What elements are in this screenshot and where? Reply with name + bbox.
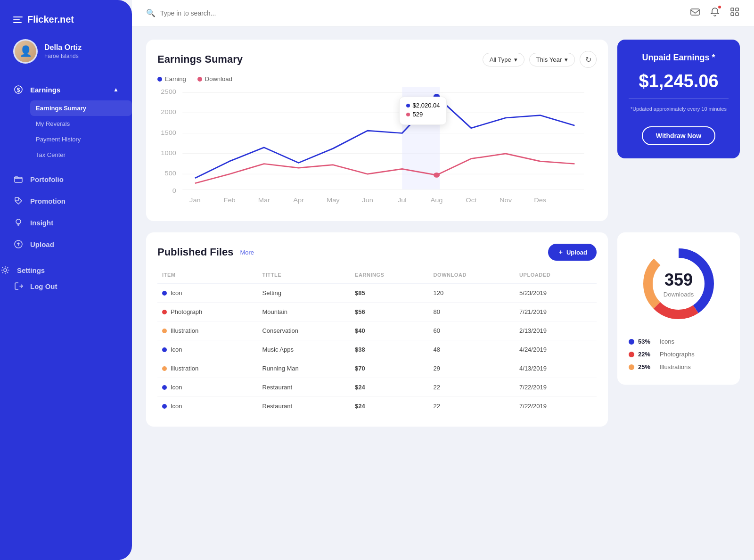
td-download: 60 [429, 321, 515, 340]
filter-year-button[interactable]: This Year ▾ [529, 53, 575, 66]
td-uploaded: 7/22/2019 [515, 378, 597, 397]
item-type-label: Photograph [171, 308, 202, 315]
td-uploaded: 2/13/2019 [515, 321, 597, 340]
table-row: Illustration Running Man $70 29 4/13/201… [157, 359, 597, 378]
sidebar-item-promotion-label: Promotion [30, 197, 66, 205]
sidebar-subitem-earnings-summary[interactable]: Earnings Sumary [30, 100, 132, 116]
td-item: Icon [157, 284, 257, 303]
sidebar-subitem-payment-history[interactable]: Payment History [30, 132, 132, 147]
tag-icon [13, 196, 24, 206]
download-label: Download [205, 75, 232, 82]
bell-icon[interactable] [710, 7, 720, 19]
td-earnings: $40 [350, 321, 429, 340]
upload-circle-icon [13, 239, 24, 249]
sidebar-item-earnings[interactable]: $ Earnings ▲ [0, 79, 132, 100]
sidebar-subitem-tax-center[interactable]: Tax Center [30, 147, 132, 163]
sidebar-submenu-earnings: Earnings Sumary My Reverals Payment Hist… [0, 100, 132, 165]
sidebar-section-earnings: $ Earnings ▲ Earnings Sumary My Reverals… [0, 79, 132, 165]
legend-download: Download [197, 75, 232, 82]
refresh-button[interactable]: ↻ [580, 51, 597, 68]
sidebar-item-logout[interactable]: Log Out [0, 275, 132, 297]
topbar-actions [690, 7, 740, 19]
sidebar-item-promotion[interactable]: Promotion [0, 190, 132, 212]
upload-button[interactable]: ＋ Upload [548, 244, 597, 261]
content-area: Earnings Sumary All Type ▾ This Year ▾ ↻ [132, 26, 754, 560]
earnings-chart-card: Earnings Sumary All Type ▾ This Year ▾ ↻ [146, 40, 608, 221]
sidebar-subitem-my-reverals[interactable]: My Reverals [30, 116, 132, 132]
td-title: Restaurant [257, 378, 350, 397]
col-title: TITTLE [257, 269, 350, 284]
svg-text:Nov: Nov [500, 197, 512, 203]
table-row: Icon Restaurant $24 22 7/22/2019 [157, 397, 597, 416]
item-type-label: Illustration [171, 327, 198, 334]
sidebar-item-insight-label: Insight [30, 219, 53, 227]
svg-text:1500: 1500 [161, 130, 176, 136]
legend-name: Icons [660, 338, 674, 345]
svg-rect-11 [736, 13, 738, 16]
legend-earning: Earning [157, 75, 186, 82]
sidebar-item-settings[interactable]: Settings [0, 265, 132, 275]
unpaid-note: *Updated approximately every 10 minutes [631, 105, 727, 113]
td-download: 48 [429, 340, 515, 359]
chevron-down-icon: ▾ [514, 56, 517, 63]
item-type-label: Illustration [171, 365, 198, 372]
sidebar-item-insight[interactable]: Insight [0, 212, 132, 233]
td-title: Mountain [257, 303, 350, 321]
sidebar-item-portfolio-label: Portofolio [30, 175, 64, 183]
item-type-dot [162, 347, 167, 352]
grid-icon[interactable] [729, 7, 740, 19]
svg-point-4 [16, 219, 21, 224]
svg-text:Jun: Jun [362, 197, 373, 203]
main-content: 🔍 [132, 0, 754, 560]
sidebar-divider [13, 260, 119, 260]
profile-name: Della Ortiz [44, 43, 82, 52]
svg-text:Mar: Mar [258, 197, 270, 203]
svg-rect-8 [731, 8, 734, 11]
svg-text:Oct: Oct [466, 197, 476, 203]
svg-rect-2 [15, 177, 22, 182]
filter-type-button[interactable]: All Type ▾ [483, 53, 525, 66]
chevron-up-icon: ▲ [113, 86, 119, 93]
published-section: Published Files More ＋ Upload ITEM TITTL… [146, 232, 740, 427]
mail-icon[interactable] [690, 7, 700, 19]
col-download: DOWNLOAD [429, 269, 515, 284]
sidebar-item-upload[interactable]: Upload [0, 233, 132, 255]
sidebar-item-portfolio[interactable]: Portofolio [0, 168, 132, 190]
sidebar-item-settings-label: Settings [17, 266, 45, 274]
svg-text:0: 0 [172, 188, 176, 194]
search-input[interactable] [160, 9, 683, 17]
legend-name: Photographs [660, 351, 695, 358]
search-icon: 🔍 [146, 8, 156, 17]
more-link[interactable]: More [240, 249, 254, 256]
td-uploaded: 5/23/2019 [515, 284, 597, 303]
chart-title: Earnings Sumary [157, 53, 243, 66]
td-uploaded: 7/22/2019 [515, 397, 597, 416]
svg-text:500: 500 [165, 171, 176, 177]
unpaid-amount: $1,245.06 [639, 71, 718, 91]
td-item: Icon [157, 340, 257, 359]
plus-icon: ＋ [557, 248, 564, 256]
td-download: 22 [429, 397, 515, 416]
legend-name: Illustrations [660, 363, 691, 371]
td-item: Illustration [157, 359, 257, 378]
svg-text:$: $ [17, 87, 20, 93]
filter-year-label: This Year [536, 56, 562, 63]
td-download: 22 [429, 378, 515, 397]
td-uploaded: 4/24/2019 [515, 340, 597, 359]
td-earnings: $85 [350, 284, 429, 303]
td-item: Icon [157, 378, 257, 397]
withdraw-button[interactable]: Withdraw Now [642, 126, 715, 145]
logo-icon [13, 16, 23, 23]
td-title: Setting [257, 284, 350, 303]
td-earnings: $24 [350, 378, 429, 397]
legend-pct: 25% [638, 363, 656, 371]
unpaid-divider [629, 98, 729, 99]
published-header: Published Files More ＋ Upload [157, 244, 597, 261]
svg-point-25 [434, 94, 440, 99]
col-uploaded: UPLOADED [515, 269, 597, 284]
td-item: Photograph [157, 303, 257, 321]
search-bar: 🔍 [146, 8, 683, 17]
notification-badge [717, 5, 722, 9]
col-earnings: EARNINGS [350, 269, 429, 284]
item-type-dot [162, 404, 167, 409]
